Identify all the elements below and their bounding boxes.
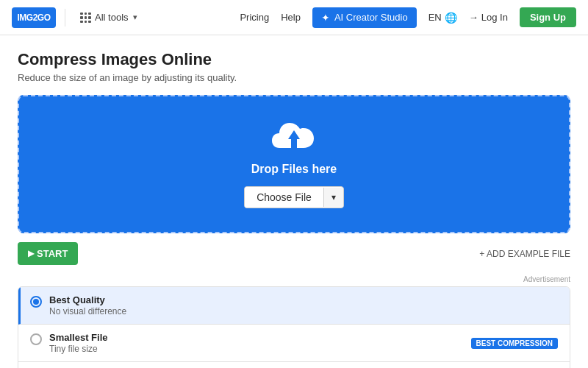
help-link[interactable]: Help xyxy=(281,12,301,23)
header-divider xyxy=(65,9,65,26)
smallest-file-desc: Tiny file size xyxy=(49,344,464,354)
smallest-file-option[interactable]: Smallest File Tiny file size BEST COMPRE… xyxy=(18,325,570,362)
drop-zone[interactable]: Drop Files here Choose File ▾ xyxy=(18,95,570,233)
best-quality-text: Best Quality No visual difference xyxy=(49,294,558,316)
drop-label: Drop Files here xyxy=(251,163,337,176)
smallest-file-name: Smallest File xyxy=(49,332,464,343)
ai-creator-studio-button[interactable]: ✦ AI Creator Studio xyxy=(312,7,417,28)
globe-icon: 🌐 xyxy=(445,12,457,24)
smallest-file-radio[interactable] xyxy=(30,333,42,345)
page-title: Compress Images Online xyxy=(18,50,570,69)
add-example-label: + ADD EXAMPLE FILE xyxy=(479,249,570,259)
play-icon: ▶ xyxy=(28,249,34,258)
best-quality-radio[interactable] xyxy=(30,296,42,308)
pricing-link[interactable]: Pricing xyxy=(240,12,269,23)
quality-option[interactable]: Quality: ℹ Decide which quality the resu… xyxy=(18,362,570,368)
language-selector[interactable]: EN 🌐 xyxy=(429,12,457,24)
login-label: Log In xyxy=(481,12,508,23)
chevron-down-icon: ▾ xyxy=(133,13,137,22)
login-icon: → xyxy=(469,12,478,23)
header-nav: Pricing Help ✦ AI Creator Studio EN 🌐 → … xyxy=(240,7,576,28)
choose-file-button[interactable]: Choose File ▾ xyxy=(244,186,344,208)
all-tools-button[interactable]: All tools ▾ xyxy=(74,9,143,26)
choose-file-dropdown-icon[interactable]: ▾ xyxy=(323,188,343,207)
best-quality-name: Best Quality xyxy=(49,294,558,305)
controls-row: ▶ START + ADD EXAMPLE FILE xyxy=(18,242,570,265)
logo[interactable]: IMG2GO xyxy=(12,7,56,28)
lang-label: EN xyxy=(429,12,442,23)
logo-text: IMG2GO xyxy=(17,13,50,23)
best-quality-desc: No visual difference xyxy=(49,306,558,316)
best-quality-option[interactable]: Best Quality No visual difference xyxy=(18,287,570,325)
all-tools-label: All tools xyxy=(95,12,129,23)
advertisement-label: Advertisement xyxy=(18,274,570,285)
login-button[interactable]: → Log In xyxy=(469,12,508,23)
best-compression-badge: BEST COMPRESSION xyxy=(471,338,558,349)
upload-cloud-icon xyxy=(272,120,316,157)
ai-btn-label: AI Creator Studio xyxy=(334,12,408,23)
options-panel: Best Quality No visual difference Smalle… xyxy=(18,286,570,368)
header: IMG2GO All tools ▾ Pricing Help ✦ AI Cre… xyxy=(0,0,588,35)
add-example-file-link[interactable]: + ADD EXAMPLE FILE xyxy=(479,249,570,259)
main-content: Compress Images Online Reduce the size o… xyxy=(0,35,588,368)
start-label: START xyxy=(37,248,68,259)
start-button[interactable]: ▶ START xyxy=(18,242,78,265)
smallest-file-text: Smallest File Tiny file size xyxy=(49,332,464,354)
signup-button[interactable]: Sign Up xyxy=(520,7,576,27)
choose-file-label: Choose File xyxy=(245,187,323,208)
ai-icon: ✦ xyxy=(321,12,330,24)
grid-icon xyxy=(80,13,90,23)
page-subtitle: Reduce the size of an image by adjusting… xyxy=(18,72,570,83)
